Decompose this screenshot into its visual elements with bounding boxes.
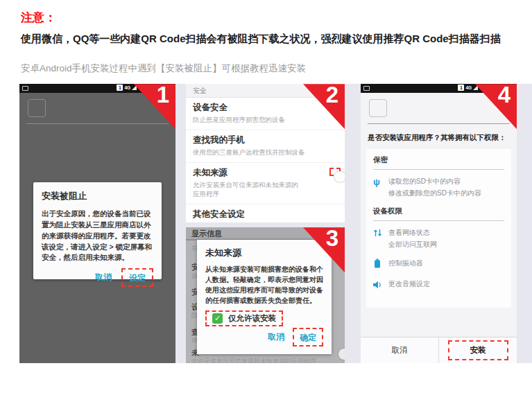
audio-icon bbox=[373, 279, 388, 292]
settings-item-unknown-sources[interactable]: 未知来源 允许安装来自可信来源和未知来源的应用程序 bbox=[186, 163, 345, 204]
install-blocked-dialog: 安装被阻止 出于安全原因，您的设备当前已设置为阻止安装从三星应用商店以外的来源获… bbox=[33, 182, 162, 279]
screenshot-step3: 显示信息 在 安 设 安 设 防 查 使 未 允许安装来自可信来源和未知来源的应… bbox=[186, 227, 345, 363]
divider bbox=[373, 169, 504, 170]
permission-row-audio: 更改音频设定 bbox=[373, 279, 504, 292]
install-cell: 安装 bbox=[438, 337, 517, 363]
permission-row-network: 查看网络状态 全部访问互联网 bbox=[373, 227, 504, 250]
notice-label: 注意： bbox=[21, 10, 511, 26]
cancel-button[interactable]: 取消 bbox=[361, 337, 438, 363]
settings-button[interactable]: 设定 bbox=[129, 273, 146, 283]
dialog-body: 从未知来源安装可能损害您的设备和个人数据。轻敲确定，即表示您同意对因使用这些应用… bbox=[205, 264, 323, 306]
ok-button[interactable]: 确定 bbox=[300, 333, 316, 342]
step-badge-4: 4 bbox=[475, 84, 517, 129]
usb-icon: ψ bbox=[373, 176, 388, 199]
unknown-sources-dialog: 未知来源 从未知来源安装可能损害您的设备和个人数据。轻敲确定，即表示您同意对因使… bbox=[197, 240, 332, 354]
network-type-label: 4G bbox=[465, 85, 472, 90]
install-button[interactable]: 安装 bbox=[448, 340, 508, 360]
privacy-section-header: 保密 bbox=[373, 155, 504, 165]
app-icon-placeholder bbox=[28, 99, 46, 117]
screenshot-icon bbox=[363, 86, 370, 91]
sim-badge: 1 bbox=[117, 85, 123, 91]
checkbox-checked-icon[interactable]: ✓ bbox=[212, 313, 223, 324]
divider bbox=[26, 123, 169, 124]
permission-row-vibrate: 控制振动器 bbox=[373, 258, 504, 271]
subtitle-text: 安卓Android手机安装过程中遇到【安装被阻止】可根据教程迅速安装 bbox=[21, 62, 511, 75]
step-badge-1: 1 bbox=[134, 84, 175, 129]
dialog-title: 未知来源 bbox=[205, 247, 323, 259]
vibrate-icon bbox=[373, 258, 388, 271]
screenshot-step4: 1 4G 7 是否安装该应用程序？其将拥有以下权限： 保密 ψ 读取您的SD卡中… bbox=[361, 84, 517, 363]
install-button-bar: 取消 安装 bbox=[361, 337, 517, 363]
network-arrows-icon bbox=[373, 227, 388, 250]
install-question-title: 是否安装该应用程序？其将拥有以下权限： bbox=[368, 133, 517, 143]
device-permissions-header: 设备权限 bbox=[373, 207, 504, 216]
screenshot-step2: 安全 设备安全 防止恶意应用程序损害您的设备 查找我的手机 使用您的三星账户远程… bbox=[186, 84, 345, 222]
middle-column: 安全 设备安全 防止恶意应用程序损害您的设备 查找我的手机 使用您的三星账户远程… bbox=[175, 84, 350, 363]
settings-item-other-security[interactable]: 其他安全设定 更改安全更新和证书存储等其他安全设定 bbox=[186, 204, 345, 222]
screenshot-icon bbox=[22, 86, 28, 91]
screenshot-step1: 1 4G 7 安装被阻止 出于安全原因，您的设备当前已设置为阻止安装从三星应用商… bbox=[19, 84, 175, 363]
divider bbox=[373, 220, 504, 221]
bg-bottom-line: 允许安装来自可信来源和未知来源的应用程序 bbox=[191, 357, 316, 363]
settings-button-highlight: 设定 bbox=[121, 268, 153, 287]
dialog-title: 安装被阻止 bbox=[42, 190, 153, 202]
permissions-card: 保密 ψ 读取您的SD卡中的内容 修改或删除您的SD卡中的内容 设备权限 bbox=[366, 149, 511, 308]
allow-once-label: 仅允许该安装 bbox=[228, 313, 276, 324]
sim-badge: 1 bbox=[458, 85, 464, 91]
app-icon-placeholder bbox=[369, 99, 387, 117]
cancel-button[interactable]: 取消 bbox=[268, 331, 284, 343]
permission-row-sdcard: ψ 读取您的SD卡中的内容 修改或删除您的SD卡中的内容 bbox=[373, 176, 504, 199]
dialog-body: 出于安全原因，您的设备当前已设置为阻止安装从三星应用商店以外的来源获得的应用程序… bbox=[42, 209, 153, 263]
ok-button-highlight: 确定 bbox=[293, 328, 323, 346]
page-header: 注意： 使用微信，QQ等一些内建QR Code扫描会有被阻挡下载之状况，强烈建议… bbox=[0, 0, 532, 75]
warning-text: 使用微信，QQ等一些内建QR Code扫描会有被阻挡下载之状况，强烈建议使用推荐… bbox=[21, 30, 517, 48]
toggle-highlight bbox=[329, 168, 341, 176]
cancel-button[interactable]: 取消 bbox=[95, 272, 112, 283]
checkbox-highlight: ✓ 仅允许该安装 bbox=[205, 310, 283, 326]
settings-item-find-my-phone[interactable]: 查找我的手机 使用您的三星账户远程查找并控制设备 bbox=[186, 130, 345, 163]
divider bbox=[368, 123, 510, 124]
network-type-label: 4G bbox=[124, 85, 130, 90]
screenshots-row: 1 4G 7 安装被阻止 出于安全原因，您的设备当前已设置为阻止安装从三星应用商… bbox=[19, 84, 532, 363]
right-column: 1 4G 7 是否安装该应用程序？其将拥有以下权限： 保密 ψ 读取您的SD卡中… bbox=[350, 84, 532, 363]
